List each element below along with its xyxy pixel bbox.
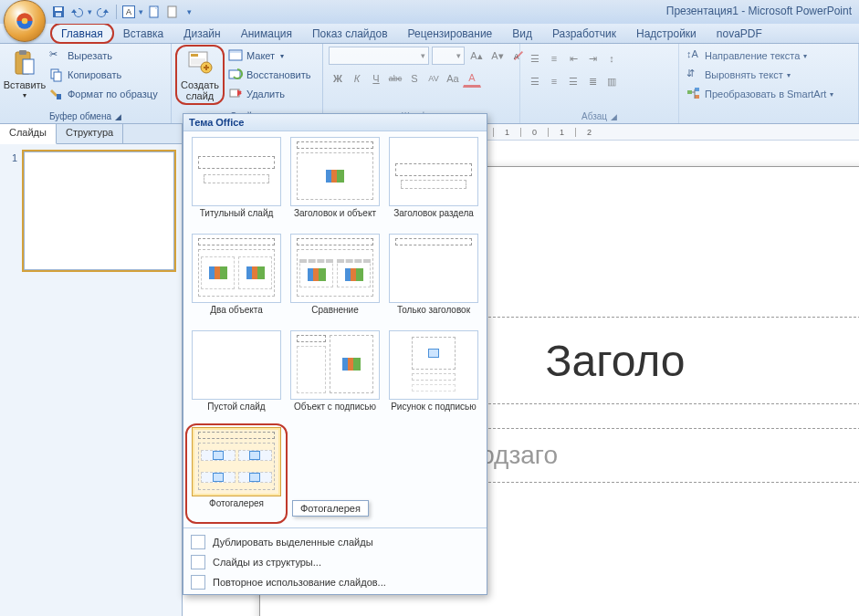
office-button[interactable] <box>4 0 46 42</box>
quick-access-toolbar: ▾ A ▾ ▾ <box>51 0 192 24</box>
tab-insert[interactable]: Вставка <box>113 24 174 43</box>
layout-two-content[interactable]: Два объекта <box>189 234 284 327</box>
layout-title-only[interactable]: Только заголовок <box>386 234 481 327</box>
font-size-combo[interactable] <box>432 47 465 65</box>
align-left-icon[interactable]: ☰ <box>526 72 544 90</box>
paragraph-launcher-icon[interactable]: ◢ <box>611 112 617 121</box>
change-case-button[interactable]: Aa <box>444 69 462 88</box>
tab-slideshow[interactable]: Показ слайдов <box>302 24 398 43</box>
undo-icon[interactable] <box>69 5 84 19</box>
qat-customize-icon[interactable]: ▾ <box>187 7 192 16</box>
layout-section-header[interactable]: Заголовок раздела <box>386 137 481 230</box>
tab-review[interactable]: Рецензирование <box>398 24 503 43</box>
layout-picture-caption[interactable]: Рисунок с подписью <box>386 330 481 423</box>
layout-content-caption[interactable]: Объект с подписью <box>288 330 382 423</box>
tab-outline[interactable]: Структура <box>57 124 123 143</box>
group-font: A▴ A▾ A Ж К Ч abc S AV Aa A Шрифт◢ <box>323 44 520 123</box>
reuse-icon <box>191 575 205 590</box>
delete-button[interactable]: Удалить <box>226 85 312 103</box>
layout-photogallery[interactable]: Фотогалерея <box>189 427 284 520</box>
align-right-icon[interactable]: ☰ <box>564 72 582 90</box>
svg-rect-3 <box>55 7 62 11</box>
menu-duplicate-slides[interactable]: Дублировать выделенные слайды <box>183 532 487 552</box>
svg-rect-22 <box>687 90 692 94</box>
indent-icon[interactable]: ⇥ <box>583 49 602 68</box>
tab-developer[interactable]: Разработчик <box>542 24 626 43</box>
save-icon[interactable] <box>51 5 66 19</box>
numbering-icon[interactable]: ≡ <box>545 49 563 68</box>
font-color-button[interactable]: A <box>463 69 481 88</box>
text-direction-button[interactable]: ↕AНаправление текста▾ <box>685 47 835 65</box>
svg-rect-8 <box>19 50 26 55</box>
copy-icon <box>49 68 64 82</box>
clipboard-launcher-icon[interactable]: ◢ <box>115 112 121 121</box>
tab-addins[interactable]: Надстройки <box>626 24 707 43</box>
layout-tooltip: Фотогалерея <box>292 500 369 517</box>
outdent-icon[interactable]: ⇤ <box>564 49 582 68</box>
layout-comparison[interactable]: Сравнение <box>288 234 382 327</box>
columns-icon[interactable]: ▥ <box>602 72 621 90</box>
shadow-button[interactable]: S <box>405 69 424 88</box>
title-bar: ▾ A ▾ ▾ Презентация1 - Microsoft PowerPo… <box>0 0 859 24</box>
justify-icon[interactable]: ≣ <box>583 72 602 90</box>
group-paragraph-title: Абзац <box>581 111 607 121</box>
bold-button[interactable]: Ж <box>329 69 347 88</box>
group-paragraph: ☰ ≡ ⇤ ⇥ ↕ ☰ ≡ ☰ ≣ ▥ Абзац◢ <box>520 44 679 123</box>
convert-smartart-button[interactable]: Преобразовать в SmartArt▾ <box>685 85 835 103</box>
tab-design[interactable]: Дизайн <box>173 24 230 43</box>
tab-slides-thumbs[interactable]: Слайды <box>0 124 57 144</box>
underline-button[interactable]: Ч <box>367 69 385 88</box>
align-text-button[interactable]: ⇵Выровнять текст▾ <box>685 66 835 84</box>
outline-icon <box>191 555 205 569</box>
group-clipboard: Вставить ▾ ✂Вырезать Копировать Формат п… <box>0 44 172 123</box>
paste-icon <box>10 48 39 78</box>
layout-title-content[interactable]: Заголовок и объект <box>288 137 382 230</box>
paste-button[interactable]: Вставить ▾ <box>5 47 44 102</box>
qat-open-icon[interactable] <box>165 5 180 19</box>
line-spacing-icon[interactable]: ↕ <box>602 49 621 68</box>
char-spacing-button[interactable]: AV <box>424 69 443 88</box>
new-slide-button[interactable]: Создать слайд <box>177 47 223 103</box>
bullets-icon[interactable]: ☰ <box>526 49 544 68</box>
svg-rect-12 <box>57 94 61 99</box>
text-direction-icon: ↕A <box>686 48 701 63</box>
paste-dropdown-icon: ▾ <box>23 92 26 100</box>
window-title: Презентация1 - Microsoft PowerPoint <box>666 5 852 17</box>
menu-slides-from-outline[interactable]: Слайды из структуры... <box>183 552 487 572</box>
reset-button[interactable]: Восстановить <box>226 66 312 84</box>
layout-title-slide[interactable]: Титульный слайд <box>189 137 284 230</box>
svg-rect-9 <box>23 59 34 74</box>
slide-thumbnail-1[interactable]: 1 <box>24 151 174 270</box>
align-center-icon[interactable]: ≡ <box>545 72 563 90</box>
qat-font-dropdown-icon[interactable]: ▾ <box>139 7 143 16</box>
svg-rect-14 <box>191 54 198 57</box>
qat-font-icon[interactable]: A <box>122 5 135 18</box>
layout-icon <box>228 48 243 63</box>
svg-rect-24 <box>695 95 699 99</box>
paste-label: Вставить <box>4 79 47 90</box>
brush-icon <box>49 87 64 101</box>
tab-view[interactable]: Вид <box>502 24 542 43</box>
tab-animation[interactable]: Анимация <box>231 24 302 43</box>
copy-button[interactable]: Копировать <box>47 66 160 84</box>
font-name-combo[interactable] <box>329 47 429 65</box>
new-slide-label: Создать слайд <box>181 79 219 101</box>
format-painter-button[interactable]: Формат по образцу <box>47 85 160 103</box>
redo-icon[interactable] <box>96 5 110 19</box>
smartart-icon <box>686 87 701 101</box>
strike-button[interactable]: abc <box>386 69 404 88</box>
menu-reuse-slides[interactable]: Повторное использование слайдов... <box>183 572 487 592</box>
slide-number: 1 <box>12 152 17 163</box>
tab-novapdf[interactable]: novaPDF <box>707 24 772 43</box>
qat-new-icon[interactable] <box>147 5 162 19</box>
grow-font-icon[interactable]: A▴ <box>467 47 486 65</box>
svg-text:A: A <box>514 52 519 61</box>
svg-rect-4 <box>56 13 61 16</box>
undo-dropdown-icon[interactable]: ▾ <box>88 7 92 16</box>
layout-blank[interactable]: Пустой слайд <box>189 330 284 423</box>
cut-button[interactable]: ✂Вырезать <box>47 47 160 65</box>
italic-button[interactable]: К <box>348 69 366 88</box>
layout-button[interactable]: Макет▾ <box>226 47 312 65</box>
shrink-font-icon[interactable]: A▾ <box>488 47 507 65</box>
tab-home[interactable]: Главная <box>51 24 113 43</box>
